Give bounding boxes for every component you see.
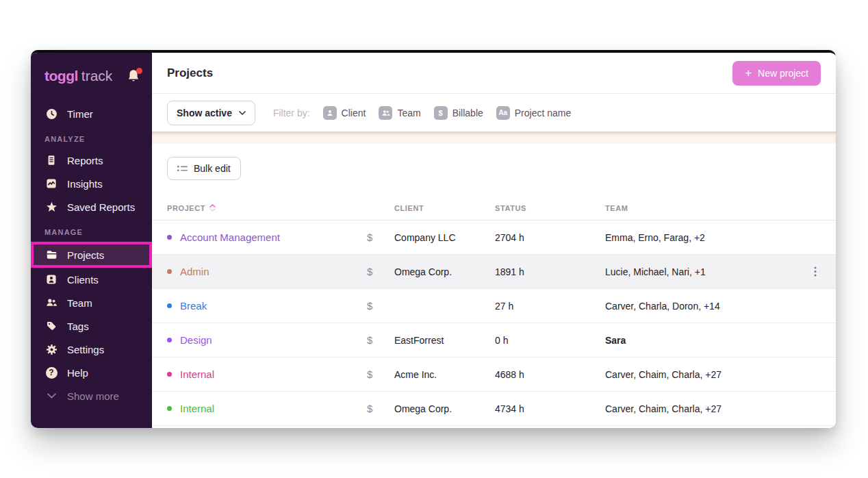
sidebar: toggl track Timer ANALYZE Reports [31, 53, 152, 428]
team-cell: Emma, Erno, Farag, +2 [605, 232, 806, 243]
billable-indicator: $ [367, 231, 394, 243]
status-cell: 2704 h [495, 232, 605, 243]
column-header-client[interactable]: CLIENT [394, 204, 495, 212]
client-cell: Company LLC [394, 232, 495, 243]
show-active-dropdown[interactable]: Show active [167, 101, 255, 125]
sidebar-item-label: Reports [67, 155, 103, 166]
row-menu-kebab-icon[interactable] [806, 262, 825, 281]
billable-indicator: $ [367, 334, 394, 346]
app-window: toggl track Timer ANALYZE Reports [31, 50, 836, 428]
plus-icon: + [745, 67, 752, 79]
sidebar-item-label: Show more [67, 390, 119, 402]
team-people-icon [44, 297, 58, 309]
bulk-edit-label: Bulk edit [194, 163, 231, 174]
project-name-link[interactable]: Break [180, 300, 207, 312]
filter-chip-label: Billable [452, 108, 483, 118]
logo-row: toggl track [31, 53, 152, 97]
project-name-cell: Design [167, 334, 367, 346]
notifications-bell-icon[interactable] [127, 69, 141, 83]
column-header-status[interactable]: STATUS [495, 204, 605, 212]
team-cell: Lucie, Michael, Nari, +1 [605, 266, 806, 277]
project-name-link[interactable]: Internal [180, 403, 214, 414]
main-area: Projects + New project Show active Filte… [152, 53, 836, 428]
project-name-cell: Internal [167, 403, 367, 414]
sidebar-item-label: Clients [67, 274, 99, 286]
sidebar-item-label: Insights [67, 178, 103, 190]
filter-chip-team[interactable]: Team [379, 106, 420, 120]
sidebar-item-settings[interactable]: Settings [31, 338, 152, 361]
status-cell: 1891 h [495, 266, 605, 277]
sidebar-item-insights[interactable]: Insights [31, 172, 152, 195]
filter-chip-client[interactable]: Client [323, 106, 366, 120]
sidebar-item-help[interactable]: ? Help [31, 361, 152, 384]
client-person-icon [44, 274, 58, 286]
help-question-icon: ? [44, 367, 58, 379]
filter-chip-label: Project name [515, 108, 571, 118]
project-name-link[interactable]: Admin [180, 266, 209, 277]
sidebar-item-timer[interactable]: Timer [31, 102, 152, 125]
column-header-team[interactable]: TEAM [605, 204, 806, 212]
sidebar-show-more[interactable]: Show more [31, 384, 152, 407]
clock-icon [44, 108, 58, 120]
status-cell: 0 h [495, 335, 605, 346]
project-name-cell: Internal [167, 368, 367, 380]
table-row[interactable]: Internal $ Acme Inc. 4688 h Carver, Chai… [152, 357, 836, 392]
toggl-logo-track: track [81, 68, 113, 84]
sidebar-item-clients[interactable]: Clients [31, 268, 152, 291]
bulk-edit-button[interactable]: Bulk edit [167, 157, 241, 180]
notification-badge [136, 68, 142, 74]
status-cell: 4688 h [495, 369, 605, 380]
project-color-dot [167, 372, 172, 377]
filter-bar: Show active Filter by: Client Team $ [152, 94, 836, 131]
sidebar-item-tags[interactable]: Tags [31, 314, 152, 338]
billable-indicator: $ [367, 403, 394, 414]
sidebar-item-saved-reports[interactable]: Saved Reports [31, 195, 152, 218]
filter-chip-project-name[interactable]: Aa Project name [496, 106, 571, 120]
project-name-cell: Break [167, 300, 367, 312]
status-cell: 27 h [495, 301, 605, 312]
section-manage: MANAGE [31, 218, 152, 242]
sidebar-item-projects[interactable]: Projects [31, 242, 152, 268]
sidebar-item-label: Timer [67, 108, 93, 120]
project-color-dot [167, 303, 172, 308]
new-project-label: New project [758, 68, 808, 79]
client-cell: Omega Corp. [394, 266, 495, 277]
table-row[interactable]: Internal $ Omega Corp. 4734 h Carver, Ch… [152, 392, 836, 426]
project-color-dot [167, 235, 172, 240]
sidebar-item-reports[interactable]: Reports [31, 149, 152, 172]
project-color-dot [167, 338, 172, 342]
sidebar-item-label: Help [67, 367, 88, 379]
banner-strip [152, 131, 836, 144]
filter-by-label: Filter by: [273, 108, 310, 118]
show-active-label: Show active [177, 108, 232, 118]
table-row[interactable]: Design $ EastForrest 0 h Sara [152, 323, 836, 357]
project-color-dot [167, 406, 172, 411]
filter-chip-label: Team [397, 108, 420, 118]
sidebar-item-label: Projects [67, 249, 104, 261]
billable-indicator: $ [367, 300, 394, 312]
project-name-link[interactable]: Account Management [180, 231, 280, 243]
toggl-logo[interactable]: toggl [44, 68, 78, 84]
sidebar-item-label: Saved Reports [67, 201, 135, 213]
project-name-link[interactable]: Design [180, 334, 212, 346]
sort-icon [209, 204, 216, 212]
insights-chart-icon [44, 178, 58, 190]
table-header: PROJECT CLIENT STATUS TEAM [152, 196, 836, 221]
table-row[interactable]: Admin $ Omega Corp. 1891 h Lucie, Michae… [152, 255, 836, 289]
column-header-project[interactable]: PROJECT [167, 204, 367, 212]
new-project-button[interactable]: + New project [732, 61, 821, 86]
person-icon [323, 106, 337, 120]
table-row[interactable]: Break $ 27 h Carver, Charla, Doron, +14 [152, 289, 836, 323]
client-cell: Acme Inc. [394, 369, 495, 380]
actions-cell [806, 262, 836, 281]
sidebar-item-team[interactable]: Team [31, 291, 152, 314]
folder-icon [44, 249, 58, 261]
table-row[interactable]: Account Management $ Company LLC 2704 h … [152, 221, 836, 255]
project-name-link[interactable]: Internal [180, 368, 214, 380]
page-title: Projects [167, 66, 213, 80]
client-cell: EastForrest [394, 335, 495, 346]
gear-icon [44, 344, 58, 355]
report-document-icon [44, 155, 58, 166]
team-cell: Carver, Charla, Doron, +14 [605, 301, 806, 312]
filter-chip-billable[interactable]: $ Billable [434, 106, 483, 120]
